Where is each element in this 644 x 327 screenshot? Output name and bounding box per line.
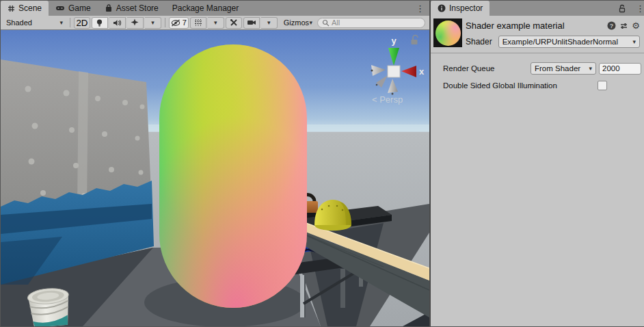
material-header: Shader example material ? ⚙ Shader (431, 16, 644, 53)
scene-search-input[interactable] (332, 18, 420, 27)
tab-game[interactable]: Game (49, 1, 98, 16)
tab-label: Inspector (449, 3, 483, 13)
presets-icon[interactable] (619, 22, 628, 30)
scene-camera-dropdown[interactable]: ▾ (261, 17, 278, 29)
chevron-down-icon: ▾ (151, 20, 155, 26)
gear-icon[interactable]: ⚙ (632, 21, 640, 30)
chevron-down-icon: ▾ (309, 20, 312, 26)
speaker-icon (113, 19, 122, 27)
bag-icon (105, 4, 113, 12)
render-queue-value-field[interactable] (599, 63, 641, 75)
inspector-lock-icon[interactable] (613, 1, 631, 16)
unity-editor-window: Scene Game Asset Store Package Manager ⋮ (0, 0, 644, 327)
scene-render: ) (1, 30, 429, 326)
dsgi-label: Double Sided Global Illumination (443, 81, 598, 90)
scene-visibility-button[interactable]: 7 (169, 17, 189, 29)
info-icon (438, 4, 446, 12)
lightbulb-icon (96, 18, 103, 27)
svg-text:?: ? (610, 23, 614, 29)
tab-label: Asset Store (116, 3, 159, 13)
material-title: Shader example material (466, 21, 607, 31)
material-properties: Render Queue From Shader ▾ Double Sided … (431, 53, 644, 96)
scene-viewport[interactable]: ) (1, 30, 429, 326)
paint-bucket (27, 287, 71, 326)
scene-lighting-button[interactable] (92, 17, 108, 29)
shader-capsule (159, 44, 307, 308)
2d-toggle-button[interactable]: 2D (74, 17, 90, 29)
chevron-down-icon: ▾ (267, 20, 271, 26)
snap-grid-icon (194, 18, 202, 27)
material-preview-sphere (435, 21, 461, 46)
scene-pane: Scene Game Asset Store Package Manager ⋮ (1, 1, 429, 326)
chevron-down-icon: ▾ (214, 20, 217, 26)
projection-mode-label[interactable]: < Persp (372, 94, 403, 105)
chevron-down-icon: ▾ (632, 39, 636, 45)
tab-asset-store[interactable]: Asset Store (98, 1, 165, 16)
effects-star-icon (131, 18, 139, 27)
render-queue-label: Render Queue (443, 64, 531, 73)
tab-label: Scene (18, 3, 42, 13)
toolbar-separator (70, 18, 70, 27)
scene-effects-dropdown[interactable]: ▾ (145, 17, 161, 29)
render-queue-dropdown[interactable]: From Shader ▾ (531, 62, 596, 75)
search-icon (322, 19, 330, 27)
render-queue-row: Render Queue From Shader ▾ (443, 62, 641, 75)
axis-y-label: y (391, 36, 397, 46)
gamepad-icon (55, 5, 65, 12)
tab-label: Game (68, 3, 91, 13)
inspector-tabbar: Inspector ⋮ (431, 1, 644, 16)
gizmo-cube[interactable] (388, 66, 400, 77)
eye-slash-icon (171, 19, 181, 27)
grid-snapping-button[interactable] (190, 17, 206, 29)
chevron-down-icon: ▾ (59, 20, 63, 26)
scene-effects-button[interactable] (127, 17, 144, 29)
scene-pane-menu-icon[interactable]: ⋮ (411, 1, 429, 16)
dsgi-checkbox[interactable] (598, 81, 607, 90)
shading-mode-dropdown[interactable]: Shaded ▾ (3, 17, 66, 29)
inspector-panel: Inspector ⋮ Shader example material ? (431, 1, 644, 326)
hidden-object-count: 7 (183, 18, 187, 27)
toolbar-separator (165, 18, 165, 27)
material-preview[interactable] (433, 18, 462, 47)
scene-tabbar: Scene Game Asset Store Package Manager ⋮ (1, 1, 429, 16)
tab-scene[interactable]: Scene (1, 1, 49, 16)
scene-camera-button[interactable] (243, 17, 260, 29)
tab-package-manager[interactable]: Package Manager (165, 1, 245, 16)
tools-icon (230, 18, 238, 27)
camera-icon (247, 19, 256, 26)
grid-snapping-dropdown[interactable]: ▾ (208, 17, 224, 29)
grid-icon (8, 5, 15, 12)
inspector-menu-icon[interactable]: ⋮ (631, 1, 644, 16)
shader-label: Shader (466, 37, 492, 47)
chevron-down-icon: ▾ (589, 66, 592, 72)
help-icon[interactable]: ? (607, 21, 616, 30)
component-tools-button[interactable] (226, 17, 242, 29)
shader-dropdown[interactable]: Example/URPUnlitShaderNormal ▾ (498, 36, 640, 48)
tab-label: Package Manager (172, 3, 239, 13)
gizmos-dropdown[interactable]: Gizmos ▾ (280, 17, 316, 29)
scene-search-field[interactable] (317, 18, 425, 28)
dsgi-row: Double Sided Global Illumination (443, 81, 641, 90)
scene-audio-button[interactable] (109, 17, 126, 29)
axis-x-label: x (419, 66, 425, 77)
scene-toolbar: Shaded ▾ 2D ▾ (1, 16, 429, 30)
tab-inspector[interactable]: Inspector (431, 1, 489, 16)
